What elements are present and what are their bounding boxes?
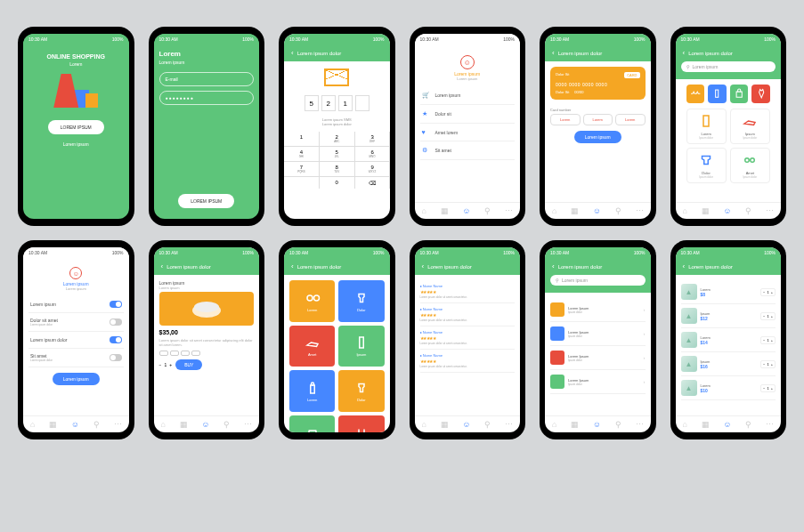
menu-item[interactable]: 🛒Lorem ipsum [420, 86, 516, 105]
menu-item[interactable]: ♥Amet lorem [420, 124, 516, 141]
screen-reviews: 10:30 AM100% ‹Lorem ipsum dolor Name Nam… [410, 240, 526, 439]
otp-digit[interactable]: 1 [338, 95, 353, 111]
status-bar: 10:30 AM100% [23, 34, 129, 44]
quantity-stepper[interactable]: −1+ [760, 312, 776, 320]
toggle[interactable] [110, 318, 122, 326]
bottom-nav: ⌂▦☺⚲⋯ [676, 415, 782, 432]
category-tile[interactable]: Ipsum [289, 415, 335, 432]
keypad-key[interactable]: 7PQRS [284, 162, 319, 176]
item-thumb [550, 375, 564, 389]
nav-grid-icon[interactable]: ▦ [441, 206, 449, 215]
toggle[interactable] [110, 336, 122, 343]
keypad-key[interactable]: 5JKL [320, 147, 354, 161]
keypad-key[interactable] [284, 177, 319, 189]
svg-rect-9 [310, 385, 314, 393]
back-icon[interactable]: ‹ [422, 262, 425, 270]
cat-tile-dress[interactable] [751, 85, 770, 103]
save-button[interactable]: Lorem ipsum [53, 373, 100, 385]
back-icon[interactable]: ‹ [291, 262, 294, 270]
setting-row: Sit ametLorem ipsum dolor [28, 349, 124, 367]
buy-button[interactable]: BUY [175, 359, 202, 370]
status-bar: 10:30 AM100% [676, 34, 782, 44]
email-field[interactable]: E-mail [159, 72, 255, 86]
category-tile[interactable]: Amet [289, 326, 335, 367]
list-item[interactable]: Lorem IpsumIpsum dolor› [550, 370, 646, 394]
product-price: $35,00 [159, 329, 255, 335]
back-icon[interactable]: ‹ [683, 49, 686, 57]
card-field[interactable]: Lorem [583, 114, 613, 125]
category-tile[interactable]: Ipsum [338, 326, 384, 367]
keypad-key[interactable]: 8TUV [320, 162, 354, 176]
header: ‹Lorem ipsum dolor [284, 258, 390, 275]
category-tile[interactable]: Dolor [338, 280, 384, 322]
keypad-key[interactable]: 1 [284, 132, 319, 146]
status-bar: 10:30 AM100% [415, 34, 521, 44]
get-started-button[interactable]: LOREM IPSUM [48, 120, 104, 134]
credit-card: CARD Dolor Sit 0000 0000 0000 0000 Dolor… [550, 67, 646, 100]
back-icon[interactable]: ‹ [552, 262, 555, 270]
card-field[interactable]: Lorem [550, 114, 581, 125]
submit-button[interactable]: Lorem ipsum [574, 131, 621, 143]
menu-item[interactable]: ⚙Sit amet [420, 141, 516, 160]
keypad-key[interactable]: 9WXYZ [355, 162, 390, 176]
cat-tile-eyewear[interactable] [686, 85, 705, 103]
search-input[interactable]: ⚲Lorem ipsum [681, 61, 776, 72]
quantity-stepper[interactable]: −1+ [159, 362, 173, 367]
secondary-link[interactable]: Lorem ipsum [63, 141, 89, 147]
quantity-stepper[interactable]: −1+ [760, 384, 776, 392]
product-tile[interactable]: DolorIpsum dolor [686, 148, 727, 183]
avatar-icon[interactable]: ☺ [460, 55, 475, 69]
mail-icon [324, 69, 349, 86]
product-tile[interactable]: IpsumIpsum dolor [730, 109, 770, 144]
hero-illustration [53, 74, 98, 108]
list-item[interactable]: Lorem IpsumIpsum dolor› [550, 346, 646, 370]
screen-product: 10:30 AM100% ‹Lorem ipsum dolor Lorem ip… [149, 240, 265, 439]
cart-thumb [681, 380, 697, 396]
category-tile[interactable]: Dolor [338, 370, 384, 412]
otp-digit[interactable]: 2 [321, 95, 336, 111]
status-bar: 10:30 AM100% [545, 247, 651, 258]
toggle[interactable] [110, 354, 122, 361]
keypad-key[interactable]: 0 [320, 177, 354, 189]
category-tile[interactable]: Lorem [289, 280, 335, 322]
category-tile[interactable]: Amet [338, 415, 384, 432]
quantity-stepper[interactable]: −1+ [760, 360, 776, 368]
cat-tile-cosmetic[interactable] [708, 85, 727, 103]
back-icon[interactable]: ‹ [291, 49, 294, 57]
keypad-key[interactable]: ⌫ [355, 177, 390, 189]
menu-item[interactable]: ★Dolor sit [420, 105, 516, 124]
quantity-stepper[interactable]: −1+ [760, 336, 776, 344]
status-bar: 10:30 AM100% [284, 34, 390, 44]
password-field[interactable]: ●●●●●●●● [159, 91, 255, 105]
otp-digit[interactable] [355, 95, 370, 111]
keypad-key[interactable]: 3DEF [355, 132, 390, 146]
nav-home-icon[interactable]: ⌂ [421, 206, 426, 215]
cart-item: Lorem$14−1+ [681, 328, 776, 352]
nav-user-icon[interactable]: ☺ [462, 206, 470, 215]
svg-point-7 [313, 295, 319, 301]
product-desc: Lorem ipsum dolor sit amet consectetur a… [159, 338, 255, 347]
back-icon[interactable]: ‹ [552, 49, 555, 57]
card-field[interactable]: Lorem [615, 114, 646, 125]
back-icon[interactable]: ‹ [683, 262, 686, 270]
list-item[interactable]: Lorem IpsumIpsum dolor› [550, 322, 646, 346]
login-button[interactable]: LOREM IPSUM [178, 194, 234, 208]
list-item[interactable]: Lorem IpsumIpsum dolor› [550, 298, 646, 322]
category-tile[interactable]: Lorem [289, 370, 335, 412]
quantity-stepper[interactable]: −1+ [760, 288, 776, 296]
keypad-key[interactable]: 6MNO [355, 147, 390, 161]
setting-row: Lorem ipsum [28, 296, 124, 313]
cat-tile-bag[interactable] [730, 85, 749, 103]
product-tile[interactable]: LoremIpsum dolor [686, 109, 727, 144]
back-icon[interactable]: ‹ [161, 262, 164, 270]
keypad-key[interactable]: 4GHI [284, 147, 319, 161]
search-input[interactable]: ⚲Lorem ipsum [550, 275, 646, 286]
nav-search-icon[interactable]: ⚲ [484, 206, 491, 215]
keypad-key[interactable]: 2ABC [320, 132, 354, 146]
toggle[interactable] [110, 301, 122, 308]
user-sub: Lorem ipsum [457, 77, 477, 81]
product-tile[interactable]: AmetIpsum dolor [730, 148, 770, 183]
otp-digit[interactable]: 5 [305, 95, 319, 111]
nav-more-icon[interactable]: ⋯ [505, 206, 513, 215]
avatar-icon[interactable]: ☺ [69, 267, 82, 279]
